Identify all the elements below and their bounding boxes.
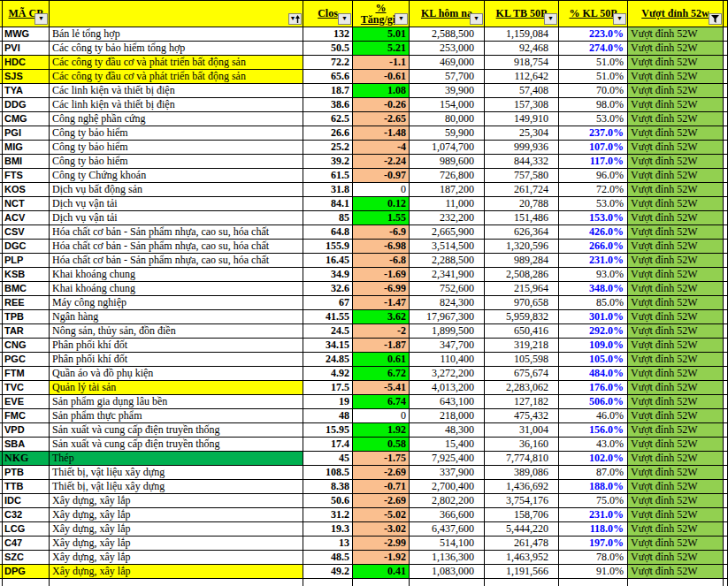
cell-breakout-52w[interactable]: Vượt đỉnh 52W bbox=[628, 381, 724, 395]
cell-stock-code[interactable]: FMC bbox=[3, 409, 50, 423]
cell-breakout-52w[interactable]: Vượt đỉnh 52W bbox=[628, 494, 724, 508]
cell-sector[interactable]: Ngân hàng bbox=[50, 310, 303, 324]
cell-breakout-52w[interactable]: Vượt đỉnh 52W bbox=[628, 155, 724, 169]
cell-breakout-52w[interactable]: Vượt đỉnh 52W bbox=[628, 112, 724, 126]
cell-close-price[interactable]: 45 bbox=[303, 452, 353, 466]
cell-volume-today[interactable]: 514,100 bbox=[410, 537, 485, 551]
cell-pct-volume50[interactable]: 237.0% bbox=[559, 126, 628, 141]
cell-volume-today[interactable]: 752,600 bbox=[410, 282, 485, 296]
cell-pct-volume50[interactable]: 105.0% bbox=[559, 353, 628, 367]
cell-close-price[interactable]: 41.55 bbox=[303, 310, 353, 324]
cell-sector[interactable]: Sản phẩm gia dụng lâu bền bbox=[50, 395, 303, 409]
cell-volume-avg50[interactable]: 675,674 bbox=[485, 367, 559, 381]
cell-volume-avg50[interactable]: 261,478 bbox=[485, 537, 559, 551]
cell-stock-code[interactable]: TYA bbox=[3, 84, 50, 98]
cell-pct-change[interactable]: 3.62 bbox=[353, 310, 410, 324]
cell-sector[interactable]: Sản xuất và cung cấp điện truyền thống bbox=[50, 423, 303, 438]
cell-breakout-52w[interactable]: Vượt đỉnh 52W bbox=[628, 353, 724, 367]
cell-volume-today[interactable]: 824,300 bbox=[410, 296, 485, 310]
cell-close-price[interactable]: 39.2 bbox=[303, 155, 353, 169]
cell-pct-change[interactable]: -5.41 bbox=[353, 381, 410, 395]
cell-stock-code[interactable]: MIG bbox=[3, 141, 50, 155]
cell-pct-volume50[interactable]: 107.0% bbox=[559, 141, 628, 155]
cell-close-price[interactable]: 48.5 bbox=[303, 551, 353, 565]
cell-pct-change[interactable]: 0.58 bbox=[353, 438, 410, 452]
cell-volume-today[interactable]: 366,600 bbox=[410, 508, 485, 522]
cell-volume-today[interactable]: 80,000 bbox=[410, 112, 485, 126]
cell-stock-code[interactable]: CMG bbox=[3, 112, 50, 126]
cell-volume-avg50[interactable]: 1,191,566 bbox=[485, 565, 559, 579]
cell-stock-code[interactable]: MWG bbox=[3, 27, 50, 42]
cell-volume-today[interactable]: 4,013,200 bbox=[410, 381, 485, 395]
header-cell-ma-cp[interactable]: MÃ CP ▼ bbox=[3, 0, 50, 27]
cell-volume-avg50[interactable]: 261,724 bbox=[485, 183, 559, 197]
cell-volume-avg50[interactable]: 757,580 bbox=[485, 169, 559, 183]
cell-volume-avg50[interactable]: 1,159,084 bbox=[485, 27, 559, 42]
cell-pct-change[interactable]: -4 bbox=[353, 141, 410, 155]
cell-breakout-52w[interactable]: Vượt đỉnh 52W bbox=[628, 169, 724, 183]
cell-sector[interactable]: Xây dựng, xây lắp bbox=[50, 565, 303, 579]
cell-breakout-52w[interactable]: Vượt đỉnh 52W bbox=[628, 438, 724, 452]
cell-close-price[interactable]: 50.5 bbox=[303, 42, 353, 56]
cell-close-price[interactable]: 155.9 bbox=[303, 240, 353, 254]
cell-pct-change[interactable]: -0.61 bbox=[353, 70, 410, 84]
cell-breakout-52w[interactable]: Vượt đỉnh 52W bbox=[628, 183, 724, 197]
cell-volume-avg50[interactable]: 127,182 bbox=[485, 395, 559, 409]
cell-stock-code[interactable]: TTB bbox=[3, 480, 50, 494]
cell-close-price[interactable]: 48 bbox=[303, 409, 353, 423]
cell-breakout-52w[interactable]: Vượt đỉnh 52W bbox=[628, 508, 724, 522]
cell-sector[interactable]: Dịch vụ vận tải bbox=[50, 211, 303, 225]
cell-volume-today[interactable]: 2,802,200 bbox=[410, 494, 485, 508]
cell-volume-avg50[interactable]: 389,086 bbox=[485, 466, 559, 480]
cell-stock-code[interactable]: ACV bbox=[3, 211, 50, 225]
cell-volume-avg50[interactable]: 149,910 bbox=[485, 112, 559, 126]
cell-volume-avg50[interactable]: 319,218 bbox=[485, 339, 559, 353]
cell-sector[interactable]: Khai khoáng chung bbox=[50, 268, 303, 282]
cell-volume-today[interactable]: 2,341,900 bbox=[410, 268, 485, 282]
cell-stock-code[interactable]: VPD bbox=[3, 423, 50, 438]
cell-volume-avg50[interactable]: 57,408 bbox=[485, 84, 559, 98]
cell-breakout-52w[interactable]: Vượt đỉnh 52W bbox=[628, 42, 724, 56]
cell-pct-change[interactable]: -1.1 bbox=[353, 56, 410, 70]
cell-pct-volume50[interactable]: 156.0% bbox=[559, 423, 628, 438]
cell-breakout-52w[interactable]: Vượt đỉnh 52W bbox=[628, 240, 724, 254]
cell-volume-avg50[interactable]: 918,754 bbox=[485, 56, 559, 70]
cell-volume-today[interactable]: 253,000 bbox=[410, 42, 485, 56]
cell-volume-today[interactable]: 1,083,000 bbox=[410, 565, 485, 579]
cell-volume-today[interactable]: 1,899,500 bbox=[410, 324, 485, 339]
cell-volume-today[interactable]: 337,900 bbox=[410, 466, 485, 480]
cell-sector[interactable]: Các công ty đầu cơ và phát triển bất độn… bbox=[50, 70, 303, 84]
cell-stock-code[interactable]: KOS bbox=[3, 183, 50, 197]
cell-breakout-52w[interactable]: Vượt đỉnh 52W bbox=[628, 339, 724, 353]
cell-sector[interactable]: Khai khoáng chung bbox=[50, 282, 303, 296]
header-cell-breakout-52w[interactable]: Vượt đỉnh 52w bbox=[628, 0, 724, 27]
cell-stock-code[interactable]: BMI bbox=[3, 155, 50, 169]
cell-breakout-52w[interactable]: Vượt đỉnh 52W bbox=[628, 141, 724, 155]
cell-breakout-52w[interactable]: Vượt đỉnh 52W bbox=[628, 537, 724, 551]
cell-pct-volume50[interactable]: 98.0% bbox=[559, 98, 628, 112]
cell-pct-volume50[interactable]: 43.0% bbox=[559, 438, 628, 452]
cell-volume-avg50[interactable]: 475,432 bbox=[485, 409, 559, 423]
cell-stock-code[interactable]: C47 bbox=[3, 537, 50, 551]
cell-close-price[interactable]: 132 bbox=[303, 27, 353, 42]
cell-volume-avg50[interactable]: 1,320,596 bbox=[485, 240, 559, 254]
cell-pct-volume50[interactable]: 301.0% bbox=[559, 310, 628, 324]
header-cell-pct-volume50[interactable]: % KL 50P ▼ bbox=[559, 0, 628, 27]
cell-pct-change[interactable]: -0.71 bbox=[353, 480, 410, 494]
cell-sector[interactable]: Công nghệ phần cứng bbox=[50, 112, 303, 126]
cell-volume-today[interactable]: 2,700,400 bbox=[410, 480, 485, 494]
cell-volume-today[interactable]: 48,300 bbox=[410, 423, 485, 438]
header-cell-pct-change[interactable]: %Tăng/giả ▼ bbox=[353, 0, 410, 27]
sort-ascending-dropdown-icon[interactable]: ▼ bbox=[288, 13, 302, 25]
cell-sector[interactable]: Xây dựng, xây lắp bbox=[50, 551, 303, 565]
cell-stock-code[interactable]: NCT bbox=[3, 197, 50, 211]
cell-stock-code[interactable]: PTB bbox=[3, 466, 50, 480]
cell-sector[interactable]: Công ty bảo hiểm bbox=[50, 126, 303, 141]
cell-sector[interactable]: Sản phẩm thực phẩm bbox=[50, 409, 303, 423]
cell-sector[interactable]: Máy công nghiệp bbox=[50, 296, 303, 310]
cell-volume-avg50[interactable]: 999,936 bbox=[485, 141, 559, 155]
cell-volume-avg50[interactable]: 970,658 bbox=[485, 296, 559, 310]
cell-volume-avg50[interactable]: 151,486 bbox=[485, 211, 559, 225]
cell-volume-avg50[interactable]: 20,788 bbox=[485, 197, 559, 211]
cell-stock-code[interactable]: C32 bbox=[3, 508, 50, 522]
